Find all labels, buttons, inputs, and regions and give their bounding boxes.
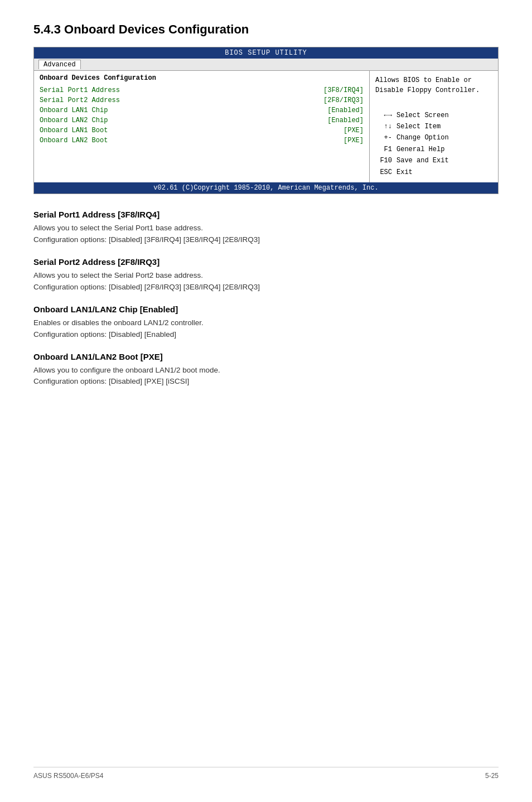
bios-key-row: F10Save and Exit xyxy=(375,155,492,166)
bios-key-sym: ↑↓ xyxy=(375,121,392,132)
bios-row-value: [Enabled] xyxy=(327,115,364,125)
bios-header: BIOS SETUP UTILITY xyxy=(34,47,498,59)
bios-left-panel: Onboard Devices Configuration Serial Por… xyxy=(34,71,370,182)
bios-key-sym: F10 xyxy=(375,155,392,166)
bios-row-label: Serial Port2 Address xyxy=(40,95,120,105)
section-body-lan-boot: Allows you to configure the onboard LAN1… xyxy=(33,365,499,388)
section-heading-serial2: Serial Port2 Address [2F8/IRQ3] xyxy=(33,257,499,267)
bios-right-panel: Allows BIOS to Enable or Disable Floppy … xyxy=(370,71,498,182)
bios-row-value: [2F8/IRQ3] xyxy=(323,95,364,105)
bios-row: Onboard LAN1 Boot[PXE] xyxy=(40,125,364,136)
bios-row: Onboard LAN2 Chip[Enabled] xyxy=(40,115,364,125)
section-body-serial1: Allows you to select the Serial Port1 ba… xyxy=(33,223,499,246)
footer-right: 5-25 xyxy=(485,772,499,780)
bios-key-row: ESCExit xyxy=(375,167,492,178)
bios-key-row: +-Change Option xyxy=(375,132,492,143)
bios-footer: v02.61 (C)Copyright 1985-2010, American … xyxy=(34,182,498,194)
bios-rows: Serial Port1 Address[3F8/IRQ4]Serial Por… xyxy=(40,85,364,146)
bios-row: Onboard LAN2 Boot[PXE] xyxy=(40,136,364,146)
bios-key-sym: ←→ xyxy=(375,110,392,121)
bios-row-value: [3F8/IRQ4] xyxy=(323,85,364,95)
bios-key-desc: Save and Exit xyxy=(396,155,449,166)
bios-row-label: Serial Port1 Address xyxy=(40,85,120,95)
bios-row-value: [PXE] xyxy=(344,136,364,146)
bios-section-title: Onboard Devices Configuration xyxy=(40,74,364,82)
bios-row-label: Onboard LAN1 Boot xyxy=(40,125,108,136)
bios-row-value: [Enabled] xyxy=(327,105,364,115)
bios-row-label: Onboard LAN2 Boot xyxy=(40,136,108,146)
bios-key-row: ←→Select Screen xyxy=(375,110,492,121)
bios-key-desc: Select Screen xyxy=(396,110,449,121)
bios-key-desc: Exit xyxy=(396,167,413,178)
section-body-serial2: Allows you to select the Serial Port2 ba… xyxy=(33,270,499,293)
sections-container: Serial Port1 Address [3F8/IRQ4]Allows yo… xyxy=(33,210,499,388)
bios-key-row: F1General Help xyxy=(375,144,492,155)
page-title: 5.4.3 Onboard Devices Configuration xyxy=(33,22,499,37)
bios-keys: ←→Select Screen↑↓Select Item+-Change Opt… xyxy=(375,110,492,178)
bios-key-sym: ESC xyxy=(375,167,392,178)
section-heading-serial1: Serial Port1 Address [3F8/IRQ4] xyxy=(33,210,499,219)
bios-setup-box: BIOS SETUP UTILITY Advanced Onboard Devi… xyxy=(33,47,499,194)
bios-key-desc: General Help xyxy=(396,144,444,155)
bios-tab-row: Advanced xyxy=(34,59,498,71)
bios-key-sym: +- xyxy=(375,132,392,143)
bios-row: Serial Port1 Address[3F8/IRQ4] xyxy=(40,85,364,95)
bios-tab-advanced[interactable]: Advanced xyxy=(38,60,81,69)
bios-key-desc: Change Option xyxy=(396,132,449,143)
bios-body: Onboard Devices Configuration Serial Por… xyxy=(34,71,498,182)
section-body-lan-chip: Enables or disables the onboard LAN1/2 c… xyxy=(33,317,499,341)
bios-row: Onboard LAN1 Chip[Enabled] xyxy=(40,105,364,115)
bios-key-sym: F1 xyxy=(375,144,392,155)
section-heading-lan-boot: Onboard LAN1/LAN2 Boot [PXE] xyxy=(33,352,499,361)
bios-row: Serial Port2 Address[2F8/IRQ3] xyxy=(40,95,364,105)
section-heading-lan-chip: Onboard LAN1/LAN2 Chip [Enabled] xyxy=(33,305,499,314)
page-footer: ASUS RS500A-E6/PS4 5-25 xyxy=(33,767,499,780)
bios-help-text: Allows BIOS to Enable or Disable Floppy … xyxy=(375,75,492,95)
bios-row-label: Onboard LAN2 Chip xyxy=(40,115,108,125)
bios-key-row: ↑↓Select Item xyxy=(375,121,492,132)
bios-key-desc: Select Item xyxy=(396,121,441,132)
bios-row-label: Onboard LAN1 Chip xyxy=(40,105,108,115)
bios-row-value: [PXE] xyxy=(344,125,364,136)
footer-left: ASUS RS500A-E6/PS4 xyxy=(33,772,103,780)
